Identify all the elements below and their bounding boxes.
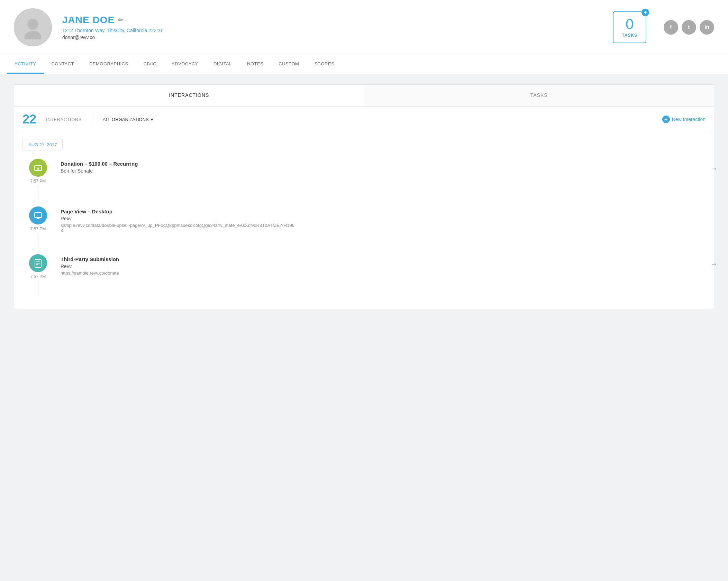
- interaction-content: Third-Party Submission Revv https://samp…: [61, 254, 694, 295]
- chevron-down-icon: ▾: [151, 117, 153, 122]
- sub-tabs: INTERACTIONS TASKS: [14, 85, 714, 107]
- interaction-time: 7:57 PM: [30, 227, 46, 231]
- user-info: JANE DOE ✏ 1212 Thornton Way, ThisCity, …: [62, 15, 602, 40]
- avatar: [14, 8, 52, 46]
- edit-icon[interactable]: ✏: [118, 16, 124, 24]
- svg-rect-5: [35, 213, 42, 218]
- tab-contact[interactable]: CONTACT: [44, 55, 82, 74]
- new-interaction-label: New Interaction: [672, 117, 706, 122]
- interactions-bar: 22 INTERACTIONS ALL ORGANIZATIONS ▾ + Ne…: [14, 107, 714, 132]
- org-filter-value: ALL ORGANIZATIONS: [103, 117, 149, 122]
- pageview-icon: [29, 206, 47, 224]
- tasks-widget[interactable]: + 0 TASKS: [613, 11, 646, 43]
- tab-custom[interactable]: CUSTOM: [271, 55, 307, 74]
- tab-notes[interactable]: NOTES: [239, 55, 271, 74]
- timeline-line: [38, 233, 38, 247]
- svg-point-1: [25, 31, 42, 40]
- interaction-org: Revv: [61, 264, 694, 269]
- tasks-plus: +: [641, 9, 649, 16]
- timeline-left: 7:57 PM: [22, 206, 54, 247]
- timeline-item: 7:57 PM Page View – Desktop Revv sample.…: [22, 206, 706, 247]
- interaction-content: Page View – Desktop Revv sample.revv.co/…: [61, 206, 706, 247]
- tasks-count: 0: [622, 17, 637, 31]
- svg-rect-8: [35, 260, 41, 267]
- timeline: AUG 21, 2017 7:57 PM Donation – $1: [14, 132, 714, 309]
- interaction-org: Revv: [61, 216, 706, 221]
- timeline-line: [38, 186, 38, 200]
- main-tabs: ACTIVITY CONTACT DEMOGRAPHICS CIVIC ADVO…: [0, 55, 728, 74]
- content-card: INTERACTIONS TASKS 22 INTERACTIONS ALL O…: [14, 84, 714, 309]
- social-icons: f t in: [664, 20, 714, 35]
- main-content: INTERACTIONS TASKS 22 INTERACTIONS ALL O…: [0, 74, 728, 320]
- timeline-line: [38, 281, 38, 295]
- divider: [92, 114, 92, 124]
- tab-digital[interactable]: DIGITAL: [206, 55, 239, 74]
- sub-tab-tasks[interactable]: TASKS: [364, 85, 714, 107]
- interaction-url: sample.revv.co/data/double-upsell-page/r…: [61, 223, 706, 233]
- user-address: 1212 Thornton Way, ThisCity, California …: [62, 28, 602, 33]
- timeline-item: 7:57 PM Donation – $100.00 – Recurring B…: [22, 159, 706, 200]
- donation-icon: [29, 159, 47, 177]
- timeline-left: 7:57 PM: [22, 254, 54, 295]
- interaction-content: Donation – $100.00 – Recurring Ben for S…: [61, 159, 694, 200]
- tab-scores[interactable]: SCORES: [307, 55, 342, 74]
- twitter-icon[interactable]: t: [682, 20, 696, 35]
- facebook-icon[interactable]: f: [664, 20, 678, 35]
- user-name-row: JANE DOE ✏: [62, 15, 602, 26]
- org-filter-dropdown[interactable]: ALL ORGANIZATIONS ▾: [103, 117, 153, 122]
- sub-tab-interactions[interactable]: INTERACTIONS: [14, 85, 364, 107]
- interaction-label: INTERACTIONS: [46, 117, 82, 122]
- timeline-item: 7:57 PM Third-Party Submission Revv http…: [22, 254, 706, 295]
- interaction-title: Donation – $100.00 – Recurring: [61, 161, 694, 167]
- svg-point-4: [37, 168, 39, 170]
- tab-activity[interactable]: ACTIVITY: [7, 55, 44, 74]
- interaction-org: Ben for Senate: [61, 168, 694, 174]
- tab-demographics[interactable]: DEMOGRAPHICS: [82, 55, 136, 74]
- tab-civic[interactable]: CIVIC: [136, 55, 164, 74]
- new-interaction-button[interactable]: + New Interaction: [662, 116, 706, 123]
- submission-icon: [29, 254, 47, 272]
- user-name: JANE DOE: [62, 15, 115, 26]
- interaction-time: 7:57 PM: [30, 274, 46, 279]
- linkedin-icon[interactable]: in: [700, 20, 714, 35]
- header: JANE DOE ✏ 1212 Thornton Way, ThisCity, …: [0, 0, 728, 55]
- interaction-time: 7:57 PM: [30, 179, 46, 184]
- plus-icon: +: [662, 116, 670, 123]
- interaction-title: Third-Party Submission: [61, 256, 694, 262]
- svg-point-0: [27, 19, 38, 30]
- tasks-label: TASKS: [622, 33, 637, 38]
- date-badge: AUG 21, 2017: [22, 139, 63, 150]
- tab-advocacy[interactable]: ADVOCACY: [164, 55, 206, 74]
- timeline-left: 7:57 PM: [22, 159, 54, 200]
- interaction-count: 22: [22, 113, 36, 126]
- interaction-title: Page View – Desktop: [61, 209, 706, 214]
- interaction-url: https://sample.revv.co/donate: [61, 270, 694, 276]
- avatar-icon: [21, 15, 45, 39]
- user-email: donor@revv.co: [62, 35, 602, 40]
